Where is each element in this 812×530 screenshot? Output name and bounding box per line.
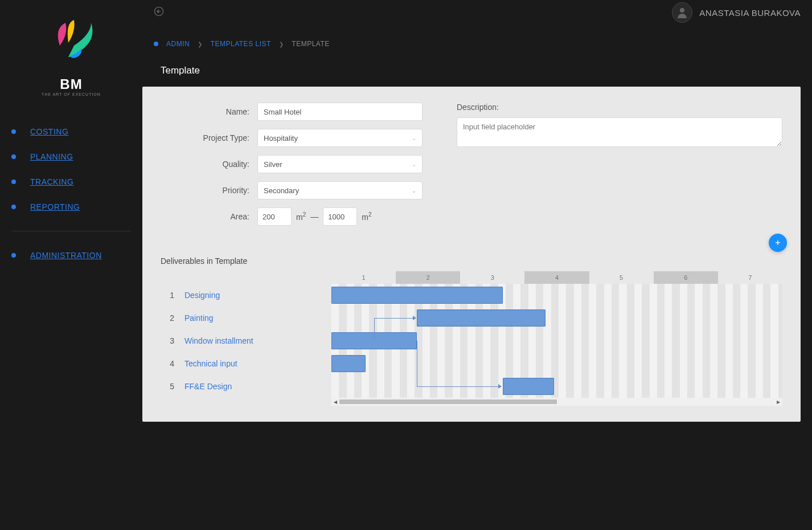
gantt-chart: 1 2 3 4 5 6 7 [331, 271, 782, 406]
priority-label: Priority: [161, 186, 257, 195]
sidebar-item-administration[interactable]: ADMINISTRATION [11, 243, 131, 268]
row-label[interactable]: Designing [184, 291, 220, 300]
plus-icon: + [775, 238, 780, 248]
scroll-thumb[interactable] [339, 399, 557, 404]
area-label: Area: [161, 212, 257, 221]
username: ANASTASIA BURAKOVA [699, 8, 801, 18]
bullet-icon [11, 154, 16, 159]
area-from-input[interactable] [257, 207, 292, 226]
gantt-col-header: 5 [589, 271, 654, 284]
gantt-body [331, 284, 782, 398]
gantt-bar-ffe-design[interactable] [503, 378, 554, 395]
logo-tagline: THE ART OF EXECUTION [0, 92, 142, 96]
scroll-right-icon[interactable]: ▶ [774, 399, 782, 405]
gantt-row: 1 Designing [161, 284, 331, 307]
select-value: Silver [264, 160, 282, 169]
page-title: Template [161, 65, 801, 76]
user-icon [675, 6, 689, 19]
select-value: Hospitality [264, 134, 298, 142]
logo: BM THE ART OF EXECUTION [0, 11, 142, 96]
gantt-bar-painting[interactable] [417, 309, 546, 327]
gantt-col-header: 4 [524, 271, 589, 284]
gantt-header: 1 2 3 4 5 6 7 [331, 271, 782, 284]
row-label[interactable]: Window installment [184, 336, 253, 345]
chevron-right-icon: ❯ [198, 41, 203, 47]
sidebar-item-tracking[interactable]: TRACKING [11, 169, 131, 194]
row-number: 3 [169, 336, 174, 345]
svg-point-1 [680, 8, 684, 13]
gantt-row: 5 FF&E Design [161, 375, 331, 398]
gantt-bar-technical-input[interactable] [331, 355, 366, 372]
nav-divider [11, 231, 131, 231]
chevron-right-icon: ❯ [279, 41, 284, 47]
gantt-row: 3 Window installment [161, 329, 331, 352]
back-button[interactable] [154, 6, 164, 19]
priority-select[interactable]: Secondary ⌄ [257, 181, 423, 199]
quality-select[interactable]: Silver ⌄ [257, 155, 423, 173]
row-label[interactable]: FF&E Design [184, 382, 232, 391]
nav-label: TRACKING [30, 177, 73, 186]
name-label: Name: [161, 107, 257, 116]
row-number: 5 [169, 382, 174, 391]
name-input[interactable] [257, 103, 423, 121]
row-label[interactable]: Painting [184, 313, 214, 323]
logo-text: BM [0, 76, 142, 92]
chevron-down-icon: ⌄ [412, 135, 416, 141]
nav-label: ADMINISTRATION [30, 251, 102, 260]
gantt-row-labels: 1 Designing 2 Painting 3 Window installm… [161, 271, 331, 406]
bullet-icon [154, 42, 158, 46]
logo-mark [37, 11, 105, 74]
project-type-select[interactable]: Hospitality ⌄ [257, 129, 423, 147]
chevron-down-icon: ⌄ [412, 187, 416, 194]
sidebar-item-reporting[interactable]: REPORTING [11, 194, 131, 219]
nav-list: COSTING PLANNING TRACKING REPORTING ADMI… [0, 119, 142, 268]
breadcrumb: ADMIN ❯ TEMPLATES LIST ❯ TEMPLATE [154, 40, 801, 48]
breadcrumb-admin[interactable]: ADMIN [166, 40, 190, 48]
gantt-col-header: 1 [331, 271, 396, 284]
select-value: Secondary [264, 186, 299, 195]
gantt-scrollbar[interactable]: ◀ ▶ [331, 398, 782, 406]
chevron-down-icon: ⌄ [412, 161, 416, 168]
sidebar-item-planning[interactable]: PLANNING [11, 144, 131, 169]
bullet-icon [11, 129, 16, 134]
add-deliverable-button[interactable]: + [769, 234, 787, 252]
project-type-label: Project Type: [161, 133, 257, 142]
gantt-row: 2 Painting [161, 307, 331, 329]
bullet-icon [11, 205, 16, 209]
row-number: 1 [169, 291, 174, 300]
gantt-col-header: 2 [396, 271, 460, 284]
gantt-col-header: 3 [460, 271, 524, 284]
scroll-track[interactable] [339, 399, 774, 404]
deliverables-title: Deliverables in Template [161, 256, 782, 266]
area-to-input[interactable] [323, 207, 357, 226]
nav-label: COSTING [30, 127, 68, 136]
template-card: Name: Project Type: Hospitality ⌄ Qualit… [142, 87, 801, 422]
gantt: 1 Designing 2 Painting 3 Window installm… [161, 271, 782, 406]
main: ADMIN ❯ TEMPLATES LIST ❯ TEMPLATE Templa… [142, 40, 801, 422]
topbar: ANASTASIA BURAKOVA [142, 0, 812, 25]
area-unit: m2 [362, 211, 371, 222]
row-number: 4 [169, 359, 174, 368]
gantt-col-header: 7 [718, 271, 782, 284]
breadcrumb-current: TEMPLATE [292, 40, 329, 48]
description-label: Description: [457, 103, 782, 112]
avatar[interactable] [672, 2, 692, 23]
area-dash: — [310, 212, 318, 221]
quality-label: Quality: [161, 160, 257, 169]
scroll-left-icon[interactable]: ◀ [331, 399, 339, 405]
row-label[interactable]: Technical input [184, 359, 237, 368]
sidebar-item-costing[interactable]: COSTING [11, 119, 131, 144]
sidebar: BM THE ART OF EXECUTION COSTING PLANNING… [0, 0, 142, 530]
gantt-row: 4 Technical input [161, 352, 331, 375]
nav-label: PLANNING [30, 152, 73, 161]
row-number: 2 [169, 313, 174, 323]
description-textarea[interactable] [457, 117, 782, 147]
bullet-icon [11, 253, 16, 258]
template-form: Name: Project Type: Hospitality ⌄ Qualit… [161, 103, 782, 234]
gantt-col-header: 6 [654, 271, 718, 284]
area-unit: m2 [296, 211, 306, 222]
nav-label: REPORTING [30, 202, 80, 211]
breadcrumb-templates-list[interactable]: TEMPLATES LIST [211, 40, 271, 48]
arrow-left-circle-icon [154, 6, 164, 17]
gantt-bar-designing[interactable] [331, 287, 503, 304]
